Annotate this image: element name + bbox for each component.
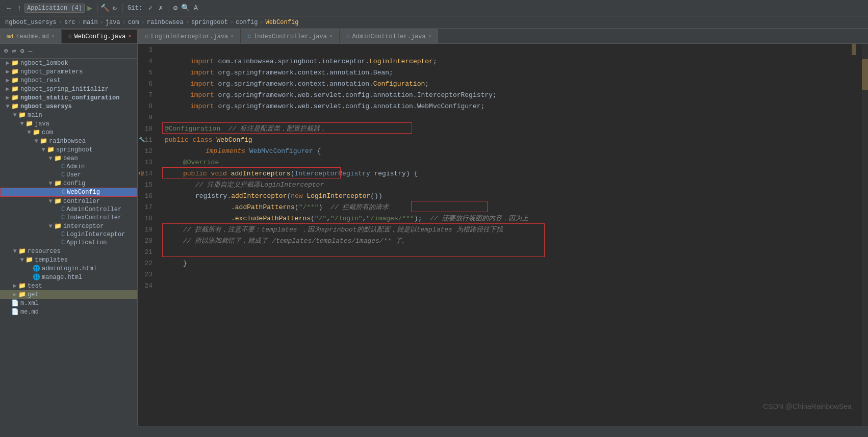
sidebar-item-md[interactable]: 📄 me.md [0,307,137,316]
breadcrumb-part-6[interactable]: rainbowsea [147,19,184,26]
sidebar-label: resources [28,248,61,255]
tab-admincontroller[interactable]: C AdminController.java × [340,29,438,43]
line-16: 16 [138,191,157,202]
sidebar-item-lombok[interactable]: ▶ 📁 ngboot_lombok [0,59,137,67]
sidebar-label: springboot [56,146,93,153]
sidebar-item-static[interactable]: ▶ 📁 ngboot_static_configuration [0,93,137,102]
line-4: 4 [138,56,157,67]
line-6: 6 [138,79,157,90]
sidebar-label: test [28,282,42,290]
sidebar-item-test[interactable]: ▶ 📁 test [0,281,137,290]
tab-webconfig-close[interactable]: × [128,34,131,39]
code-line-4: import com.rainbowsea.springboot.interce… [161,56,862,67]
breadcrumb-active[interactable]: WebConfig [266,19,299,26]
back-icon[interactable]: ← [4,3,14,13]
sep1 [97,4,97,13]
sidebar-item-main[interactable]: ▼ 📁 main [0,111,137,119]
code-area[interactable]: import com.rainbowsea.springboot.interce… [161,44,862,426]
breadcrumb: ngboot_usersys › src › main › java › com… [0,16,868,29]
forward-icon[interactable]: ↑ [14,3,24,13]
minimap[interactable] [862,44,868,426]
sidebar-item-resources[interactable]: ▼ 📁 resources [0,247,137,255]
sidebar-item-templates[interactable]: ▼ 📁 templates [0,255,137,264]
sidebar-item-admincontroller[interactable]: C AdminController [0,205,137,214]
sidebar-item-admin-bean[interactable]: C Admin [0,163,137,171]
sidebar-label: Application [66,239,107,246]
webconfig-icon: C [68,34,72,40]
tab-readme-close[interactable]: × [52,34,55,39]
run-icon[interactable]: ▶ [85,3,95,13]
translate-icon[interactable]: A [191,3,201,13]
sidebar-item-usersys[interactable]: ▼ 📁 ngboot_usersys [0,102,137,111]
sidebar-item-manage[interactable]: 🌐 manage.html [0,273,137,281]
sidebar-tool-2[interactable]: ⇄ [11,46,17,56]
tab-webconfig[interactable]: C WebConfig.java × [62,29,138,43]
sidebar-item-springboot[interactable]: ▼ 📁 springboot [0,145,137,154]
sidebar-item-controller[interactable]: ▼ 📁 controller [0,197,137,205]
breadcrumb-part-3[interactable]: main [83,19,98,26]
line-13: 13 [138,157,157,168]
sidebar-item-interceptor[interactable]: ▼ 📁 interceptor [0,222,137,230]
sidebar-item-webconfig[interactable]: C WebConfig [0,188,137,197]
tab-logininterceptor[interactable]: C LoginInterceptor.java × [138,29,240,43]
breadcrumb-part-2[interactable]: src [64,19,75,26]
breadcrumb-part-4[interactable]: java [106,19,120,26]
sidebar-item-com[interactable]: ▼ 📁 com [0,128,137,137]
sidebar-item-rest[interactable]: ▶ 📁 ngboot_rest [0,76,137,85]
java-icon: C [61,163,65,170]
tab-indexcontroller-close[interactable]: × [329,34,333,39]
arrow-icon: ▼ [40,146,47,153]
folder-icon: 📁 [33,128,40,136]
sidebar-item-application[interactable]: C Application [0,239,137,247]
sidebar-tool-1[interactable]: ⊕ [3,46,9,56]
breadcrumb-part-5[interactable]: com [128,19,139,26]
code-line-5: import org.springframework.context.annot… [161,67,862,79]
code-line-21 [161,247,862,258]
sidebar-item-logininterceptor[interactable]: C LoginInterceptor [0,230,137,239]
breadcrumb-part-8[interactable]: config [236,19,258,26]
sidebar-item-java[interactable]: ▼ 📁 java [0,119,137,128]
sep: › [78,19,81,26]
sidebar-item-pom[interactable]: 📄 m.xml [0,299,137,307]
sidebar-item-indexcontroller[interactable]: C IndexController [0,214,137,222]
md-icon: 📄 [11,308,19,316]
tab-indexcontroller[interactable]: C IndexController.java × [241,29,339,43]
sidebar-item-user-bean[interactable]: C User [0,171,137,179]
folder-icon: 📁 [18,291,26,298]
sidebar-item-adminlogin[interactable]: 🌐 adminLogin.html [0,264,137,273]
sidebar-item-get[interactable]: ▶ 📁 get [0,290,137,299]
settings-icon[interactable]: ⚙ [170,3,181,13]
git-check-icon[interactable]: ✓ [145,3,156,13]
folder-icon: 📁 [11,59,19,67]
breadcrumb-part-1[interactable]: ngboot_usersys [5,19,57,26]
line-11: 🔧 11 [138,135,157,146]
code-line-15: // 注册自定义拦截器LoginInterceptor [161,179,862,191]
sidebar-tool-3[interactable]: ⚙ [19,46,25,56]
sep: › [230,19,234,26]
sidebar-item-config[interactable]: ▼ 📁 config [0,179,137,188]
sidebar-item-rainbowsea[interactable]: ▼ 📁 rainbowsea [0,137,137,145]
sync-icon[interactable]: ↻ [110,3,120,13]
git-x-icon[interactable]: ✗ [156,3,166,13]
breadcrumb-part-7[interactable]: springboot [191,19,228,26]
sidebar-item-parameters[interactable]: ▶ 📁 ngboot_parameters [0,67,137,76]
sidebar-item-bean[interactable]: ▼ 📁 bean [0,154,137,163]
sidebar-item-spring[interactable]: ▶ 📁 ngboot_spring_initializr [0,85,137,93]
arrow-icon: ▼ [47,223,54,230]
sidebar-label: rainbowsea [49,138,86,145]
sidebar-tool-4[interactable]: — [27,46,33,56]
tab-admincontroller-close[interactable]: × [428,34,431,39]
build-icon[interactable]: 🔨 [99,3,110,13]
folder-icon: 📁 [40,137,47,145]
sidebar-label: me.md [20,309,39,316]
app-dropdown[interactable]: Application (4) [24,4,85,13]
status-text [4,429,8,435]
search-icon[interactable]: 🔍 [181,3,191,13]
arrow-icon: ▼ [18,120,25,127]
tab-readme[interactable]: md readme.md × [0,29,61,43]
tab-logininterceptor-close[interactable]: × [231,34,234,39]
sidebar-toolbar: ⊕ ⇄ ⚙ — [0,44,137,59]
sidebar-label: Admin [66,163,85,170]
arrow-icon: ▶ [4,76,11,84]
editor[interactable]: 3 4 5 6 7 8 9 10 🔧 11 12 13 ⬆@ 14 15 [138,44,862,426]
